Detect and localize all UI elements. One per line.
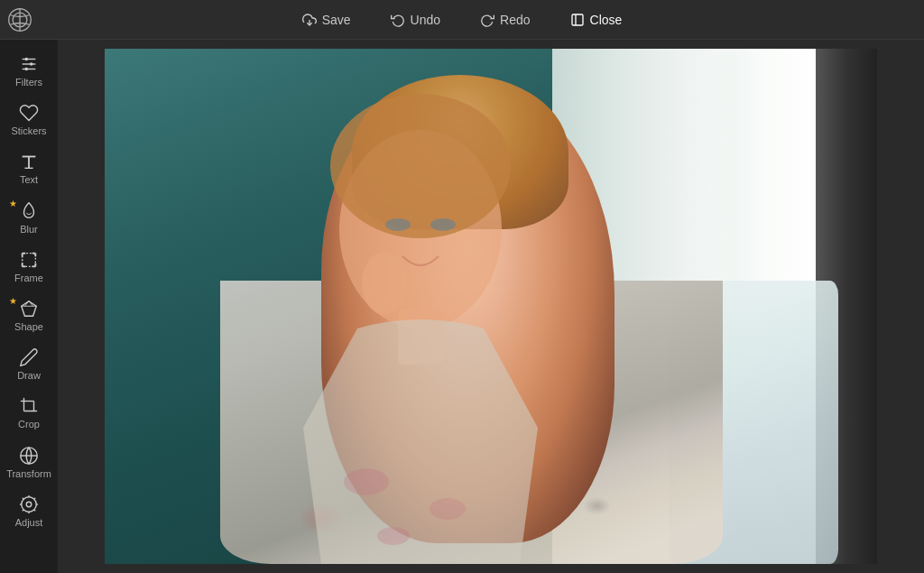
- undo-button[interactable]: Undo: [383, 9, 448, 31]
- sidebar-item-shape[interactable]: ★ Shape: [0, 291, 58, 340]
- stickers-label: Stickers: [11, 125, 46, 137]
- sidebar: Filters Stickers Text ★ Blur: [0, 40, 58, 573]
- photo-canvas[interactable]: [105, 49, 877, 564]
- save-button[interactable]: Save: [295, 9, 358, 31]
- blur-label: Blur: [20, 224, 38, 236]
- app-logo[interactable]: [0, 0, 40, 40]
- canvas-area: [58, 40, 924, 573]
- save-label: Save: [322, 13, 351, 27]
- sidebar-item-filters[interactable]: Filters: [0, 47, 58, 96]
- close-label: Close: [590, 13, 623, 27]
- sidebar-item-crop[interactable]: Crop: [0, 389, 58, 438]
- text-icon: [19, 152, 39, 171]
- svg-point-42: [26, 502, 32, 507]
- sidebar-item-draw[interactable]: Draw: [0, 340, 58, 389]
- photo-background: [105, 49, 877, 564]
- svg-line-38: [23, 498, 23, 499]
- sidebar-item-stickers[interactable]: Stickers: [0, 96, 58, 144]
- svg-line-40: [34, 498, 35, 499]
- svg-point-44: [330, 94, 511, 238]
- adjust-label: Adjust: [15, 517, 43, 529]
- sidebar-item-adjust[interactable]: Adjust: [0, 487, 58, 536]
- blur-icon: [19, 201, 39, 221]
- draw-label: Draw: [17, 370, 41, 382]
- filters-label: Filters: [15, 77, 42, 88]
- sidebar-item-transform[interactable]: Transform: [0, 439, 58, 487]
- svg-point-46: [385, 218, 411, 231]
- svg-marker-24: [22, 301, 37, 317]
- portrait-svg: [105, 49, 877, 564]
- svg-point-9: [24, 58, 28, 61]
- svg-point-11: [24, 68, 28, 71]
- svg-rect-15: [23, 253, 36, 266]
- sidebar-item-blur[interactable]: ★ Blur: [0, 194, 58, 243]
- svg-point-51: [362, 252, 407, 315]
- undo-label: Undo: [411, 13, 440, 27]
- svg-line-41: [23, 510, 23, 511]
- svg-rect-4: [572, 14, 583, 25]
- blur-star-badge: ★: [9, 199, 17, 208]
- sidebar-item-frame[interactable]: Frame: [0, 243, 58, 291]
- svg-point-10: [30, 62, 33, 66]
- draw-icon: [19, 347, 39, 367]
- text-label: Text: [20, 174, 38, 186]
- sidebar-item-text[interactable]: Text: [0, 144, 58, 193]
- diamond-icon: [19, 299, 39, 319]
- redo-label: Redo: [500, 13, 530, 27]
- topbar-actions: Save Undo Redo Close: [295, 9, 630, 31]
- adjust-icon: [19, 494, 39, 514]
- close-button[interactable]: Close: [563, 9, 630, 31]
- svg-point-49: [430, 498, 466, 520]
- frame-icon: [19, 250, 39, 270]
- shape-label: Shape: [14, 321, 43, 333]
- svg-point-48: [344, 468, 389, 495]
- svg-point-50: [377, 527, 410, 545]
- redo-button[interactable]: Redo: [473, 9, 537, 31]
- transform-label: Transform: [6, 468, 51, 480]
- frame-label: Frame: [14, 273, 43, 284]
- svg-point-33: [22, 496, 37, 512]
- svg-line-39: [34, 510, 35, 511]
- transform-icon: [19, 446, 39, 466]
- crop-icon: [19, 396, 39, 416]
- shape-star-badge: ★: [9, 297, 17, 306]
- svg-point-47: [430, 218, 456, 231]
- crop-label: Crop: [18, 419, 40, 430]
- sliders-icon: [19, 54, 39, 74]
- heart-icon: [19, 103, 39, 123]
